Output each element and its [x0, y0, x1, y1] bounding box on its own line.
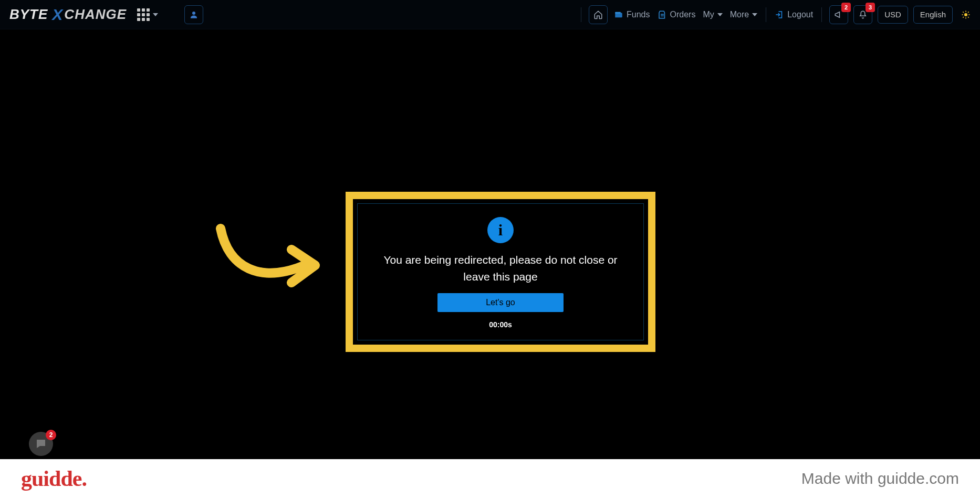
home-icon	[593, 10, 603, 19]
announce-badge: 2	[841, 3, 851, 12]
guidde-tagline: Made with guidde.com	[801, 470, 959, 487]
brand-logo[interactable]: BYTE X CHANGE	[9, 6, 127, 24]
funds-label: Funds	[627, 10, 650, 19]
guidde-footer: guidde. Made with guidde.com	[0, 459, 980, 498]
annotation-arrow	[213, 221, 328, 299]
top-nav: BYTE X CHANGE	[0, 0, 980, 29]
svg-point-2	[964, 13, 967, 16]
logout-label: Logout	[787, 10, 813, 19]
currency-selector[interactable]: USD	[878, 6, 908, 24]
chat-badge: 2	[46, 430, 56, 440]
orders-icon	[658, 10, 667, 19]
nav-left: BYTE X CHANGE	[9, 5, 203, 24]
lets-go-button[interactable]: Let's go	[437, 293, 564, 312]
chevron-down-icon	[752, 13, 757, 16]
chevron-down-icon	[153, 13, 158, 16]
brand-byte: BYTE	[9, 6, 48, 23]
sun-icon	[961, 10, 971, 19]
orders-label: Orders	[670, 10, 696, 19]
chat-icon	[35, 438, 47, 450]
wallet-icon	[614, 10, 623, 19]
logout-link[interactable]: Logout	[774, 8, 814, 22]
language-selector[interactable]: English	[913, 6, 953, 24]
more-menu[interactable]: More	[729, 8, 758, 22]
chevron-down-icon	[717, 13, 723, 16]
notifications-button[interactable]: 3	[853, 5, 872, 24]
announcements-button[interactable]: 2	[829, 5, 848, 24]
nav-right: Funds Orders My More Logout	[579, 5, 971, 24]
nav-separator	[766, 7, 766, 22]
chat-widget[interactable]: 2	[29, 432, 53, 456]
brand-rest: CHANGE	[64, 6, 127, 23]
my-label: My	[703, 10, 714, 19]
apps-grid-icon	[137, 8, 150, 21]
nav-separator	[821, 7, 822, 22]
home-button[interactable]	[589, 5, 608, 24]
info-icon: i	[487, 217, 514, 243]
modal-message: You are being redirected, please do not …	[374, 252, 627, 285]
nav-separator	[581, 7, 581, 22]
more-label: More	[730, 10, 749, 19]
funds-link[interactable]: Funds	[613, 8, 651, 22]
brand-x: X	[52, 6, 63, 24]
svg-point-0	[192, 12, 195, 15]
apps-menu-button[interactable]	[136, 6, 159, 23]
language-label: English	[920, 10, 946, 19]
highlight-box: i You are being redirected, please do no…	[346, 192, 655, 352]
redirect-modal: i You are being redirected, please do no…	[357, 203, 644, 340]
my-menu[interactable]: My	[702, 8, 723, 22]
logout-icon	[775, 10, 784, 19]
user-icon	[189, 10, 199, 19]
bell-badge: 3	[866, 3, 875, 12]
user-profile-button[interactable]	[184, 5, 203, 24]
guidde-logo: guidde.	[21, 466, 87, 491]
svg-rect-1	[615, 12, 621, 13]
currency-label: USD	[884, 10, 901, 19]
modal-timer: 00:00s	[489, 320, 512, 329]
theme-toggle[interactable]	[961, 10, 971, 19]
orders-link[interactable]: Orders	[656, 8, 697, 22]
